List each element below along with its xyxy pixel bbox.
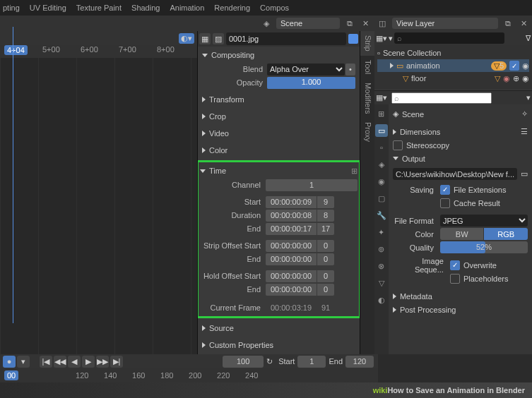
start-frame-field[interactable]: 1 <box>297 356 326 368</box>
image-icon[interactable]: ▦ <box>199 33 211 44</box>
stripoffset-end-fr[interactable]: 0 <box>317 253 334 265</box>
outliner-dropdown[interactable]: ▦▾ <box>376 34 387 43</box>
tab-world[interactable]: ◉ <box>375 175 388 188</box>
expand-icon[interactable] <box>390 63 394 68</box>
menu-item[interactable]: Rendering <box>214 4 250 12</box>
refresh-icon[interactable]: ↻ <box>266 357 273 366</box>
stripoffset-start-fr[interactable]: 0 <box>317 240 334 252</box>
material-icon[interactable]: ◉ <box>503 74 510 83</box>
play-button[interactable]: ▶ <box>82 356 95 368</box>
props-dropdown[interactable]: ▦▾ <box>376 93 387 102</box>
compositing-header[interactable]: Compositing <box>202 48 355 62</box>
output-header[interactable]: Output <box>393 152 528 165</box>
tab-modifier[interactable]: 🔧 <box>375 209 388 222</box>
playhead-marker[interactable]: 4+04 <box>4 45 28 55</box>
outliner-tree[interactable]: ▫Scene Collection ▭animation▽5✓◉ ▽floor▽… <box>374 45 532 89</box>
modifier-icon[interactable]: ⊕ <box>513 74 519 83</box>
time-header[interactable]: Time⊞ <box>200 164 357 178</box>
keying-dropdown[interactable]: ▾ <box>17 356 30 368</box>
crop-header[interactable]: Crop <box>202 109 355 123</box>
fileext-checkbox[interactable]: ✓ <box>440 185 450 195</box>
jump-start-button[interactable]: |◀ <box>40 356 52 368</box>
menu-item[interactable]: Animation <box>170 4 204 12</box>
color-toggle[interactable]: BWRGB <box>440 228 528 240</box>
timeline-ruler[interactable]: 4+04 5+00 6+00 7+00 8+00 <box>0 45 197 58</box>
autokey-button[interactable]: ● <box>3 356 16 368</box>
color-header[interactable]: Color <box>202 143 355 157</box>
play-reverse-button[interactable]: ◀ <box>68 356 81 368</box>
floor-item[interactable]: floor <box>411 74 492 83</box>
scene-collection-item[interactable]: Scene Collection <box>383 49 442 57</box>
tab-scene[interactable]: ◈ <box>375 158 388 171</box>
menu-item[interactable]: Texture Paint <box>76 4 122 12</box>
overwrite-checkbox[interactable]: ✓ <box>450 260 460 270</box>
blend-select[interactable]: Alpha Over <box>267 64 345 76</box>
bw-option[interactable]: BW <box>440 228 484 240</box>
view-dropdown[interactable]: ▾ <box>389 34 393 43</box>
duration-frame[interactable]: 8 <box>317 210 334 222</box>
close-icon[interactable]: ✕ <box>360 18 371 29</box>
menu-item[interactable]: Compos <box>260 4 289 12</box>
scene-name-input[interactable] <box>276 18 340 29</box>
props-search[interactable] <box>391 92 492 104</box>
tab-strip[interactable]: Strip <box>360 31 374 56</box>
end-frame[interactable]: 17 <box>317 223 334 235</box>
metadata-header[interactable]: Metadata <box>393 289 528 303</box>
video-header[interactable]: Video <box>202 126 355 140</box>
rgb-option[interactable]: RGB <box>484 228 528 240</box>
output-path-field[interactable]: C:\Users\wikihow\Desktop\New f... <box>393 168 517 180</box>
holdoffset-start-tc[interactable]: 00:00:00:00 <box>266 270 317 282</box>
animate-button[interactable]: • <box>345 64 355 76</box>
tab-material[interactable]: ◐ <box>375 294 388 306</box>
customprops-header[interactable]: Custom Properties <box>202 338 355 352</box>
tab-particle[interactable]: ✦ <box>375 226 388 239</box>
stereoscopy-header[interactable]: Stereoscopy <box>393 138 528 152</box>
preset-icon[interactable]: ⊞ <box>351 167 357 176</box>
dimensions-header[interactable]: Dimensions☰ <box>393 125 528 138</box>
pin-icon[interactable]: ✧ <box>521 109 528 119</box>
end-frame-field[interactable]: 120 <box>345 356 374 368</box>
strip-name-input[interactable] <box>226 32 346 45</box>
tab-proxy[interactable]: Proxy <box>360 118 374 146</box>
end-timecode[interactable]: 00:00:00:17 <box>266 223 317 235</box>
close-icon[interactable]: ✕ <box>518 18 529 29</box>
duration-timecode[interactable]: 00:00:00:08 <box>266 210 317 222</box>
placeholders-checkbox[interactable] <box>450 274 460 284</box>
holdoffset-end-tc[interactable]: 00:00:00:00 <box>266 284 317 296</box>
quality-slider[interactable]: 52% <box>440 241 528 253</box>
postprocessing-header[interactable]: Post Processing <box>393 303 528 316</box>
copy-icon[interactable]: ⧉ <box>502 18 514 29</box>
prev-key-button[interactable]: ◀◀ <box>54 356 66 368</box>
stereoscopy-checkbox[interactable] <box>393 140 403 150</box>
browse-icon[interactable]: ▭ <box>521 169 528 179</box>
menu-item[interactable]: pting <box>3 4 20 12</box>
stripoffset-start-tc[interactable]: 00:00:00:00 <box>266 240 317 252</box>
source-header[interactable]: Source <box>202 321 355 335</box>
mesh-data-icon[interactable]: ▽ <box>495 74 500 83</box>
format-select[interactable]: JPEG <box>440 215 528 227</box>
next-key-button[interactable]: ▶▶ <box>96 356 109 368</box>
tab-viewlayer[interactable]: ▫ <box>375 141 388 154</box>
tab-object[interactable]: ▢ <box>375 192 388 205</box>
tab-tool[interactable]: Tool <box>360 56 374 78</box>
outliner-search[interactable] <box>394 32 504 44</box>
holdoffset-end-fr[interactable]: 0 <box>317 284 334 296</box>
strip-enable-checkbox[interactable] <box>348 34 358 44</box>
options-icon[interactable]: ▾ <box>526 93 531 102</box>
filter-icon[interactable]: ∇ <box>526 34 531 43</box>
list-preset-icon[interactable]: ☰ <box>521 127 528 136</box>
cache-checkbox[interactable] <box>440 198 450 208</box>
start-timecode[interactable]: 00:00:00:09 <box>266 196 317 208</box>
holdoffset-start-fr[interactable]: 0 <box>317 270 334 282</box>
menu-item[interactable]: UV Editing <box>30 4 66 12</box>
tab-render[interactable]: ⊞ <box>375 107 388 120</box>
timeline-body[interactable] <box>0 58 197 354</box>
exclude-checkbox[interactable]: ✓ <box>509 61 519 71</box>
stripoffset-end-tc[interactable]: 00:00:00:00 <box>266 253 317 265</box>
copy-icon[interactable]: ⧉ <box>344 18 355 29</box>
animation-item[interactable]: animation <box>406 61 488 70</box>
current-frame-field[interactable]: 100 <box>223 356 264 368</box>
jump-end-button[interactable]: ▶| <box>110 356 123 368</box>
tab-physics[interactable]: ⊚ <box>375 243 388 255</box>
visibility-icon[interactable]: ◉ <box>522 74 529 83</box>
